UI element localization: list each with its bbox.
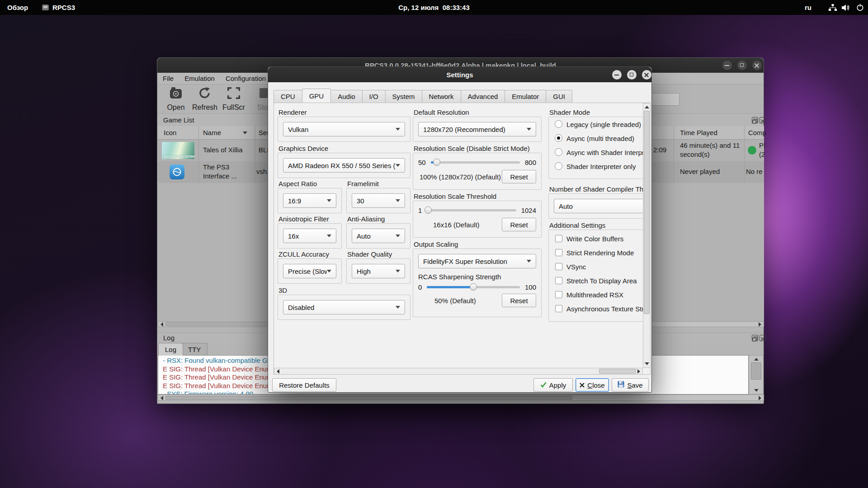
checkbox-stretch-to-display-area[interactable] — [555, 277, 562, 284]
anisotropic-filter-select[interactable]: 16x — [283, 229, 336, 243]
compat-text: No re — [746, 168, 763, 175]
apply-button[interactable]: Apply — [533, 378, 573, 392]
shader-quality-label: Shader Quality — [347, 250, 392, 258]
radio-legacy[interactable] — [555, 120, 562, 128]
slider-handle[interactable] — [433, 159, 440, 166]
tab-gui[interactable]: GUI — [546, 90, 572, 103]
close-icon[interactable] — [752, 61, 762, 70]
additional-settings-label: Additional Settings — [549, 221, 605, 229]
radio-interpreter-only[interactable] — [555, 162, 562, 170]
framelimit-label: Framelimit — [347, 180, 379, 188]
chevron-down-icon — [527, 260, 531, 263]
tab-cpu[interactable]: CPU — [274, 90, 302, 103]
aspect-ratio-select[interactable]: 16:9 — [283, 193, 336, 208]
tab-system[interactable]: System — [385, 90, 422, 103]
tab-emulator[interactable]: Emulator — [505, 90, 546, 103]
settings-tabbar: CPU GPU Audio I/O System Network Advance… — [274, 89, 572, 103]
menu-emulation[interactable]: Emulation — [179, 73, 220, 84]
tab-network[interactable]: Network — [422, 90, 461, 103]
sort-descending-icon — [243, 131, 247, 134]
tab-io[interactable]: I/O — [362, 90, 386, 103]
resolution-scale-reset-button[interactable]: Reset — [502, 170, 536, 183]
rcas-slider[interactable]: 0 100 — [418, 283, 536, 291]
chevron-down-icon — [327, 235, 331, 237]
undock-icon[interactable] — [752, 335, 758, 341]
log-vscrollbar[interactable] — [749, 355, 764, 394]
tab-tty[interactable]: TTY — [181, 343, 208, 356]
slider-handle[interactable] — [425, 206, 432, 214]
zcull-accuracy-select[interactable]: Precise (Slowe — [283, 264, 336, 278]
dock-close-icon[interactable] — [760, 117, 766, 123]
restore-defaults-button[interactable]: Restore Defaults — [272, 378, 336, 392]
log-hscrollbar[interactable] — [158, 394, 764, 401]
tab-advanced[interactable]: Advanced — [461, 90, 505, 103]
power-icon[interactable] — [856, 0, 864, 15]
graphics-device-select[interactable]: AMD Radeon RX 550 / 550 Series (RA — [283, 158, 405, 173]
menu-file[interactable]: File — [157, 73, 179, 84]
column-compat[interactable]: Comp — [748, 129, 766, 136]
framelimit-select[interactable]: 30 — [352, 193, 405, 208]
network-icon[interactable] — [829, 0, 837, 15]
settings-titlebar[interactable]: Settings — [268, 67, 651, 82]
fullscreen-button[interactable]: FullScr — [219, 87, 249, 112]
time-played-value: 46 minute(s) and 11 — [680, 141, 740, 149]
open-icon — [169, 87, 183, 101]
resolution-scale-threshold-reset-button[interactable]: Reset — [502, 218, 536, 231]
minimize-button[interactable] — [612, 70, 622, 80]
gpu-settings-pane: Renderer Vulkan Graphics Device AMD Rade… — [274, 103, 651, 375]
maximize-button[interactable] — [627, 70, 637, 80]
resolution-scale-threshold-slider[interactable]: 1 1024 — [418, 206, 536, 214]
volume-icon[interactable] — [842, 0, 850, 15]
dock-close-icon[interactable] — [760, 335, 766, 341]
close-button[interactable]: Close — [576, 378, 609, 392]
menu-configuration[interactable]: Configuration — [220, 73, 271, 84]
radio-async[interactable] — [555, 134, 562, 142]
game-icon-tales-of-xillia: СКАЗАНИЯ ЭКСИЛЛИИ — [162, 142, 194, 159]
game-icon-ps3-interface — [170, 164, 184, 179]
keyboard-layout[interactable]: ru — [805, 0, 811, 15]
shader-quality-select[interactable]: High — [352, 264, 405, 278]
app-indicator[interactable]: RPCS3 — [42, 0, 75, 15]
stereo-3d-label: 3D — [278, 286, 287, 294]
checkbox-write-color-buffers[interactable] — [555, 235, 562, 242]
default-resolution-select[interactable]: 1280x720 (Recommended) — [418, 122, 536, 136]
settings-hscrollbar[interactable] — [274, 368, 643, 375]
radio-async-interpreter[interactable] — [555, 148, 562, 156]
anti-aliasing-select[interactable]: Auto — [352, 229, 405, 243]
minimize-button[interactable] — [722, 61, 732, 70]
resolution-scale-threshold-status: 16x16 (Default) — [433, 221, 480, 229]
refresh-button[interactable]: Refresh — [190, 87, 220, 112]
settings-vscrollbar[interactable] — [643, 103, 651, 368]
renderer-select[interactable]: Vulkan — [283, 122, 405, 136]
slider-handle[interactable] — [470, 283, 477, 291]
open-button[interactable]: Open — [161, 87, 191, 112]
anti-aliasing-label: Anti-Aliasing — [347, 215, 385, 223]
checkbox-strict-rendering-mode[interactable] — [555, 249, 562, 256]
column-time-played[interactable]: Time Played — [680, 129, 717, 136]
output-scaling-select[interactable]: FidelityFX Super Resolution — [418, 254, 536, 268]
save-button[interactable]: Save — [612, 378, 649, 392]
close-icon[interactable] — [642, 70, 651, 80]
resolution-scale-slider[interactable]: 50 800 — [418, 158, 536, 166]
fullscreen-icon — [227, 87, 240, 101]
checkbox-multithreaded-rsx[interactable] — [555, 291, 562, 298]
undock-icon[interactable] — [752, 117, 758, 123]
clock[interactable]: Ср, 12 июля 08:33:43 — [398, 0, 470, 15]
resolution-scale-threshold-label: Resolution Scale Threshold — [414, 192, 496, 200]
shader-compiler-threads-select[interactable]: Auto — [554, 199, 651, 213]
tab-audio[interactable]: Audio — [330, 90, 362, 103]
aspect-ratio-label: Aspect Ratio — [278, 180, 317, 188]
chevron-down-icon — [396, 199, 400, 202]
stereo-3d-select[interactable]: Disabled — [283, 300, 405, 314]
column-name[interactable]: Name — [203, 129, 221, 136]
column-icon[interactable]: Icon — [164, 129, 176, 136]
maximize-button[interactable] — [737, 61, 747, 70]
rcas-reset-button[interactable]: Reset — [502, 294, 536, 307]
chevron-down-icon — [327, 270, 331, 272]
tab-log[interactable]: Log — [158, 343, 183, 356]
activities-button[interactable]: Обзор — [7, 0, 28, 15]
checkbox-vsync[interactable] — [555, 263, 562, 270]
compat-status-dot — [748, 146, 756, 155]
checkbox-async-texture-streaming[interactable] — [555, 305, 562, 312]
tab-gpu[interactable]: GPU — [302, 89, 331, 103]
